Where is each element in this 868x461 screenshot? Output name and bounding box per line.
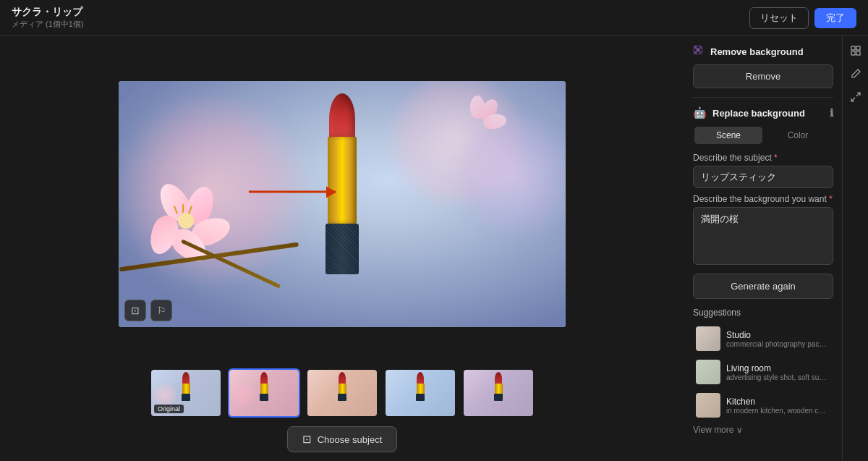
info-icon[interactable]: ℹ <box>830 107 833 119</box>
media-subtitle: メディア (1個中1個) <box>12 19 84 30</box>
suggestion-kitchen-thumb <box>696 393 720 418</box>
generate-again-button[interactable]: Generate again <box>693 274 833 299</box>
suggestion-living-room-text: Living room advertising style shot, soft… <box>726 363 827 381</box>
remove-background-title: Remove background <box>693 45 833 59</box>
thumbnail-3[interactable] <box>384 368 456 418</box>
thumbnail-original-inner: Original <box>151 370 221 416</box>
svg-rect-11 <box>851 51 855 55</box>
thumbnail-4[interactable] <box>462 368 535 418</box>
lipstick-tip <box>329 93 355 137</box>
thumbnail-3-inner <box>386 370 455 416</box>
thumbnail-strip: Original <box>12 360 673 422</box>
suggestion-studio-name: Studio <box>726 330 827 340</box>
suggestion-studio-desc: commercial photography packsh... <box>726 340 827 348</box>
choose-subject-icon: ⊡ <box>302 433 312 446</box>
subject-field-group: Describe the subject * <box>693 153 833 188</box>
thumbnail-2[interactable] <box>306 368 378 418</box>
expand-icon-button[interactable] <box>847 88 864 106</box>
thumbnail-1-inner <box>229 370 299 416</box>
done-button[interactable]: 完了 <box>814 8 856 28</box>
grid-icon-button[interactable] <box>847 42 864 59</box>
suggestion-kitchen-desc: in modern kitchen, wooden cabi... <box>726 407 827 415</box>
image-tools: ⊡ ⚐ <box>124 300 172 321</box>
background-field-group: Describe the background you want * <box>693 194 833 268</box>
svg-rect-5 <box>699 48 702 51</box>
scene-color-toggle: Scene Color <box>693 125 833 145</box>
subject-required: * <box>774 153 778 163</box>
replace-bg-icon: 🤖 <box>693 106 707 119</box>
subject-input[interactable] <box>693 166 833 188</box>
main-image <box>119 81 566 327</box>
scene-tab[interactable]: Scene <box>694 127 762 144</box>
svg-rect-10 <box>856 46 860 50</box>
choose-subject-button[interactable]: ⊡ Choose subject <box>287 426 398 452</box>
chevron-down-icon: ∨ <box>736 425 743 435</box>
lipstick-scene <box>119 81 566 327</box>
arrow-head <box>326 186 336 198</box>
flag-tool-button[interactable]: ⚐ <box>150 300 172 321</box>
pen-icon-button[interactable] <box>847 65 864 83</box>
svg-rect-3 <box>694 48 697 51</box>
background-label: Describe the background you want * <box>693 194 833 204</box>
thumbnail-1[interactable] <box>228 368 300 418</box>
thumbnail-original[interactable]: Original <box>150 368 222 418</box>
remove-background-section: Remove background Remove <box>693 45 833 88</box>
thumbnail-2-inner <box>307 370 377 416</box>
topbar-left: サクラ・リップ メディア (1個中1個) <box>12 6 84 30</box>
lipstick-base <box>326 224 359 274</box>
arrow-overlay <box>249 190 336 193</box>
suggestion-kitchen-name: Kitchen <box>726 397 827 407</box>
suggestions-title: Suggestions <box>693 308 833 318</box>
suggestion-kitchen-text: Kitchen in modern kitchen, wooden cabi..… <box>726 397 827 415</box>
background-required: * <box>829 194 833 204</box>
crop-tool-button[interactable]: ⊡ <box>124 300 146 321</box>
remove-bg-title-text: Remove background <box>710 46 804 57</box>
panel-icon-strip <box>842 36 868 461</box>
suggestion-living-room-desc: advertising style shot, soft sun s... <box>726 373 827 381</box>
choose-subject-bar: ⊡ Choose subject <box>12 422 673 455</box>
suggestion-studio-text: Studio commercial photography packsh... <box>726 330 827 348</box>
background-label-text: Describe the background you want <box>693 194 827 204</box>
suggestion-living-room-name: Living room <box>726 363 827 373</box>
suggestions-section: Suggestions Studio commercial photograph… <box>693 308 833 438</box>
main-layout: ⊡ ⚐ Original <box>0 36 868 461</box>
color-tab[interactable]: Color <box>764 127 832 144</box>
suggestion-living-room-thumb <box>696 360 720 384</box>
replace-background-title: 🤖 Replace background ℹ <box>693 106 833 119</box>
svg-rect-9 <box>851 46 855 50</box>
lipstick <box>326 93 359 274</box>
svg-rect-12 <box>856 51 860 55</box>
topbar: サクラ・リップ メディア (1個中1個) リセット 完了 <box>0 0 868 36</box>
remove-button[interactable]: Remove <box>693 64 833 88</box>
svg-rect-8 <box>699 51 702 54</box>
reset-button[interactable]: リセット <box>749 7 809 29</box>
suggestion-kitchen[interactable]: Kitchen in modern kitchen, wooden cabi..… <box>693 389 833 422</box>
page-title: サクラ・リップ <box>12 6 84 19</box>
svg-rect-6 <box>694 51 697 54</box>
svg-rect-0 <box>694 46 697 48</box>
thumbnail-4-inner <box>464 370 533 416</box>
svg-rect-1 <box>697 46 699 48</box>
svg-rect-2 <box>699 46 702 48</box>
main-image-container: ⊡ ⚐ <box>119 81 566 327</box>
suggestion-studio[interactable]: Studio commercial photography packsh... <box>693 322 833 355</box>
remove-bg-icon <box>693 45 705 59</box>
divider-1 <box>693 97 833 98</box>
view-more-button[interactable]: View more ∨ <box>693 422 833 438</box>
choose-subject-label: Choose subject <box>318 434 383 445</box>
panel-content: Remove background Remove 🤖 Replace backg… <box>684 36 842 461</box>
subject-label-text: Describe the subject <box>693 153 772 163</box>
thumbnail-original-label: Original <box>154 405 184 413</box>
replace-bg-title-text: Replace background <box>712 108 805 119</box>
subject-label: Describe the subject * <box>693 153 833 163</box>
svg-rect-4 <box>697 48 699 51</box>
background-textarea[interactable] <box>693 207 833 265</box>
right-panel-wrapper: Remove background Remove 🤖 Replace backg… <box>684 36 868 461</box>
suggestion-living-room[interactable]: Living room advertising style shot, soft… <box>693 355 833 389</box>
canvas-area: ⊡ ⚐ <box>12 48 673 360</box>
arrow-line <box>249 190 336 193</box>
replace-background-section: 🤖 Replace background ℹ Scene Color Descr… <box>693 106 833 299</box>
lipstick-base-pattern <box>326 224 359 274</box>
svg-rect-7 <box>697 51 699 54</box>
topbar-right: リセット 完了 <box>749 7 856 29</box>
